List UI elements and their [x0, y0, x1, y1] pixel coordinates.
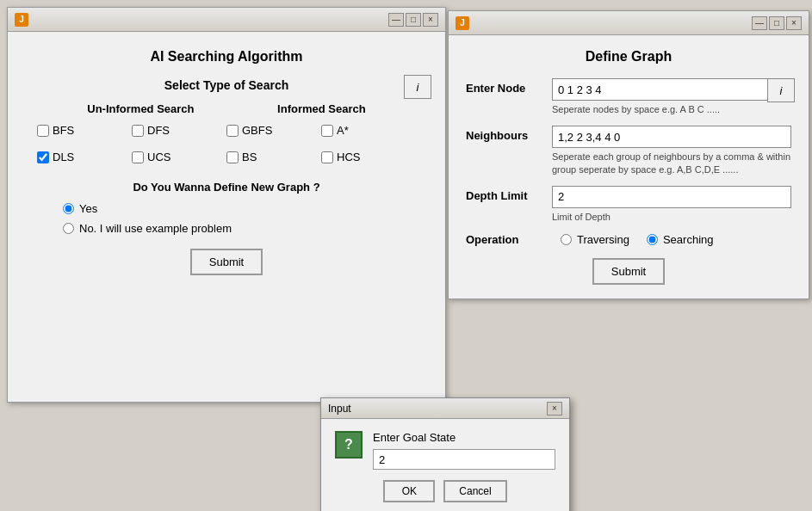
- astar-checkbox[interactable]: [321, 125, 333, 137]
- gbfs-checkbox-item: GBFS: [226, 124, 321, 137]
- dialog-prompt: Enter Goal State: [373, 431, 555, 444]
- main-title-bar: J — □ ×: [8, 8, 445, 32]
- dfs-checkbox-item: DFS: [132, 124, 226, 137]
- ucs-label: UCS: [147, 151, 170, 163]
- define-close-button[interactable]: ×: [786, 16, 802, 30]
- define-info-button[interactable]: i: [767, 78, 795, 102]
- dialog-right: Enter Goal State: [373, 431, 555, 470]
- dialog-body: ? Enter Goal State: [335, 431, 555, 470]
- hcs-label: HCS: [337, 151, 360, 163]
- traversing-option: Traversing: [561, 233, 629, 246]
- dialog-title-bar: Input ×: [321, 398, 569, 419]
- astar-label: A*: [337, 124, 349, 137]
- main-info-button[interactable]: i: [404, 75, 431, 99]
- dialog-input[interactable]: [373, 449, 555, 470]
- ucs-checkbox[interactable]: [132, 151, 144, 163]
- enter-node-hint: Seperate nodes by space e.g. A B C .....: [552, 103, 791, 115]
- searching-label: Searching: [663, 233, 714, 246]
- define-window: J — □ × Define Graph i Enter Node Sepera…: [448, 10, 809, 299]
- searching-option: Searching: [647, 233, 714, 246]
- question-icon: ?: [335, 431, 363, 459]
- enter-node-right: Seperate nodes by space e.g. A B C .....: [552, 78, 791, 115]
- neighbours-row: Neighbours Seperate each group of neighb…: [466, 126, 791, 175]
- bfs-label: BFS: [53, 124, 74, 137]
- close-button[interactable]: ×: [423, 13, 438, 27]
- define-submit-area: Submit: [466, 258, 791, 285]
- input-dialog: Input × ? Enter Goal State OK Cancel: [320, 397, 570, 511]
- hcs-checkbox[interactable]: [321, 151, 333, 163]
- neighbours-label: Neighbours: [466, 126, 552, 142]
- dialog-close-button[interactable]: ×: [547, 402, 562, 416]
- radio-no-item: No. I will use example problem: [63, 222, 425, 235]
- define-title: Define Graph: [466, 49, 791, 65]
- dls-checkbox[interactable]: [37, 151, 49, 163]
- gbfs-label: GBFS: [242, 124, 272, 137]
- main-submit-area: Submit: [28, 249, 425, 275]
- neighbours-right: Seperate each group of neighbours by a c…: [552, 126, 791, 175]
- dialog-title: Input: [328, 403, 351, 415]
- define-title-bar: J — □ ×: [449, 11, 809, 35]
- define-window-controls: — □ ×: [752, 16, 802, 30]
- depth-limit-row: Depth Limit Limit of Depth: [466, 186, 791, 223]
- dfs-label: DFS: [147, 124, 170, 137]
- main-window: J — □ × AI Searching Algorithm i Select …: [7, 7, 446, 403]
- dialog-buttons: OK Cancel: [335, 480, 555, 502]
- define-app-icon: J: [456, 16, 469, 30]
- neighbours-input[interactable]: [552, 126, 791, 148]
- ok-button[interactable]: OK: [383, 480, 435, 502]
- neighbours-hint: Seperate each group of neighbours by a c…: [552, 151, 791, 175]
- ucs-checkbox-item: UCS: [132, 151, 226, 163]
- bfs-checkbox[interactable]: [37, 125, 49, 137]
- uninformed-label: Un-Informed Search: [87, 102, 194, 115]
- cancel-button[interactable]: Cancel: [443, 480, 506, 502]
- enter-node-input[interactable]: [552, 78, 791, 101]
- radio-yes-label: Yes: [79, 202, 97, 215]
- graph-question: Do You Wanna Define New Graph ?: [28, 181, 425, 194]
- minimize-button[interactable]: —: [388, 13, 404, 27]
- main-window-content: AI Searching Algorithm i Select Type of …: [8, 32, 445, 292]
- define-minimize-button[interactable]: —: [752, 16, 767, 30]
- radio-no[interactable]: [63, 223, 74, 234]
- bs-checkbox-item: BS: [226, 151, 321, 163]
- searching-radio[interactable]: [647, 234, 658, 245]
- operation-options: Traversing Searching: [561, 233, 713, 246]
- traversing-radio[interactable]: [561, 234, 572, 245]
- define-maximize-button[interactable]: □: [769, 16, 784, 30]
- dls-checkbox-item: DLS: [37, 151, 132, 163]
- maximize-button[interactable]: □: [406, 13, 421, 27]
- radio-no-label: No. I will use example problem: [79, 222, 232, 235]
- gbfs-checkbox[interactable]: [226, 125, 239, 137]
- operation-label: Operation: [466, 233, 543, 246]
- search-type-headers: Un-Informed Search Informed Search: [28, 102, 425, 115]
- depth-limit-hint: Limit of Depth: [552, 211, 791, 223]
- hcs-checkbox-item: HCS: [321, 151, 416, 163]
- enter-node-label: Enter Node: [466, 78, 552, 95]
- main-title: AI Searching Algorithm: [28, 49, 425, 65]
- traversing-label: Traversing: [577, 233, 629, 246]
- depth-limit-input[interactable]: [552, 186, 791, 208]
- bs-checkbox[interactable]: [226, 151, 239, 163]
- enter-node-row: Enter Node Seperate nodes by space e.g. …: [466, 78, 791, 115]
- informed-label: Informed Search: [277, 102, 366, 115]
- bs-label: BS: [242, 151, 257, 163]
- depth-limit-right: Limit of Depth: [552, 186, 791, 223]
- operation-row: Operation Traversing Searching: [466, 233, 791, 246]
- checkbox-grid: BFS DFS GBFS A* DLS UCS: [28, 124, 425, 163]
- main-app-icon: J: [15, 13, 28, 27]
- define-submit-button[interactable]: Submit: [592, 258, 665, 285]
- radio-group: Yes No. I will use example problem: [28, 202, 425, 235]
- bfs-checkbox-item: BFS: [37, 124, 132, 137]
- dls-label: DLS: [53, 151, 74, 163]
- main-submit-button[interactable]: Submit: [190, 249, 263, 275]
- dialog-content: ? Enter Goal State OK Cancel: [321, 419, 569, 511]
- dfs-checkbox[interactable]: [132, 125, 144, 137]
- select-type-label: Select Type of Search: [28, 78, 425, 92]
- radio-yes[interactable]: [63, 203, 74, 214]
- radio-yes-item: Yes: [63, 202, 425, 215]
- depth-limit-label: Depth Limit: [466, 186, 552, 202]
- astar-checkbox-item: A*: [321, 124, 416, 137]
- define-window-content: Define Graph i Enter Node Seperate nodes…: [449, 35, 809, 299]
- main-window-controls: — □ ×: [388, 13, 438, 27]
